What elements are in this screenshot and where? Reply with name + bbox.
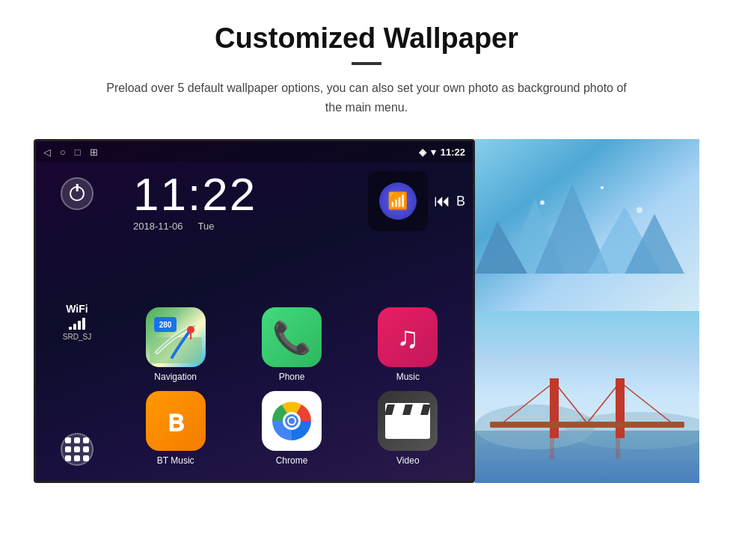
app-music[interactable]: ♫ Music [355, 307, 461, 382]
clock-date: 2018-11-06 Tue [133, 221, 214, 232]
signal-icon: ▾ [431, 147, 436, 158]
video-label: Video [396, 455, 419, 466]
status-time: 11:22 [441, 147, 465, 158]
track-label: B [456, 194, 465, 209]
clapper-body [385, 416, 430, 439]
screenshot-icon[interactable]: ⊞ [90, 147, 98, 158]
app-grid: 280 Navigation 📞 Phone [111, 300, 473, 481]
music-controls: ⏮ B [434, 191, 465, 211]
ice-wallpaper-preview [475, 139, 699, 311]
status-bar-right: ◈ ▾ 11:22 [419, 147, 465, 158]
phone-symbol: 📞 [272, 319, 311, 356]
wifi-bar-2 [73, 324, 76, 330]
svg-point-10 [289, 418, 295, 424]
app-chrome[interactable]: Chrome [238, 391, 345, 466]
music-symbol: ♫ [396, 321, 419, 354]
power-button[interactable] [61, 177, 93, 210]
wifi-bar-1 [69, 327, 72, 330]
wifi-signal-icon: 📶 [387, 191, 408, 211]
svg-rect-30 [490, 422, 684, 428]
app-phone[interactable]: 📞 Phone [238, 307, 345, 382]
navigation-label: Navigation [154, 372, 197, 382]
clapperboard-icon [385, 403, 430, 439]
bridge-wallpaper-preview [475, 311, 699, 483]
app-navigation[interactable]: 280 Navigation [122, 307, 229, 382]
nav-map-svg: 280 [150, 311, 202, 363]
clapper-top [385, 403, 430, 416]
recents-nav-icon[interactable]: □ [75, 147, 81, 158]
app-bt-music[interactable]: ʙ BT Music [122, 391, 229, 466]
chrome-label: Chrome [276, 455, 308, 466]
bridge-wallpaper-svg [475, 311, 699, 483]
wifi-bar-4 [82, 318, 85, 330]
status-bar: ◁ ○ □ ⊞ ◈ ▾ 11:22 [36, 141, 473, 162]
wifi-bars [63, 318, 91, 330]
svg-rect-25 [616, 378, 625, 438]
left-sidebar: WiFi SRD_SJ [36, 162, 118, 481]
wallpaper-thumbnails [475, 139, 699, 483]
music-icon: ♫ [378, 307, 438, 367]
navigation-icon: 280 [146, 307, 206, 367]
svg-point-17 [540, 200, 545, 205]
bluetooth-symbol: ʙ [167, 404, 184, 438]
nav-map: 280 [150, 311, 202, 363]
bt-music-label: BT Music [157, 455, 194, 466]
clock-time: 11:22 [133, 171, 257, 218]
svg-point-4 [187, 326, 194, 333]
power-icon [70, 186, 85, 201]
wifi-label: WiFi [63, 303, 91, 315]
wifi-ssid: SRD_SJ [63, 333, 91, 341]
phone-label: Phone [279, 372, 305, 382]
main-content: ◁ ○ □ ⊞ ◈ ▾ 11:22 WiFi [30, 139, 703, 483]
svg-rect-31 [550, 437, 554, 459]
app-video[interactable]: Video [355, 391, 461, 466]
back-nav-icon[interactable]: ◁ [43, 147, 51, 158]
svg-point-18 [601, 186, 604, 189]
chrome-icon [262, 391, 322, 451]
home-nav-icon[interactable]: ○ [60, 147, 66, 158]
grid-icon [65, 437, 89, 461]
title-divider [352, 62, 381, 65]
phone-icon: 📞 [262, 307, 322, 367]
bt-music-icon: ʙ [146, 391, 206, 451]
chrome-logo-svg [271, 400, 313, 442]
page-title: Customized Wallpaper [215, 22, 518, 55]
clock-day-value: Tue [198, 221, 215, 232]
clock-date-value: 2018-11-06 [133, 221, 183, 232]
prev-track-button[interactable]: ⏮ [434, 191, 450, 211]
apps-grid-button[interactable] [61, 433, 93, 466]
wifi-widget: WiFi SRD_SJ [63, 303, 91, 341]
wifi-signal-widget: 📶 [379, 182, 417, 220]
wifi-widget-box: 📶 [368, 171, 428, 231]
svg-rect-32 [616, 437, 620, 459]
music-label: Music [396, 372, 420, 382]
video-icon [378, 391, 438, 451]
svg-rect-24 [550, 378, 559, 438]
location-icon: ◈ [419, 147, 426, 158]
wallpaper-bridge[interactable] [475, 311, 699, 483]
ice-wallpaper-svg [475, 139, 699, 311]
svg-text:280: 280 [159, 321, 171, 329]
status-bar-left: ◁ ○ □ ⊞ [43, 147, 98, 158]
subtitle: Preload over 5 default wallpaper options… [105, 79, 628, 117]
wallpaper-ice[interactable] [475, 139, 699, 311]
android-screen: ◁ ○ □ ⊞ ◈ ▾ 11:22 WiFi [34, 139, 475, 483]
top-widgets: 📶 ⏮ B [368, 171, 465, 231]
svg-point-19 [637, 207, 642, 213]
wifi-bar-3 [78, 321, 81, 330]
